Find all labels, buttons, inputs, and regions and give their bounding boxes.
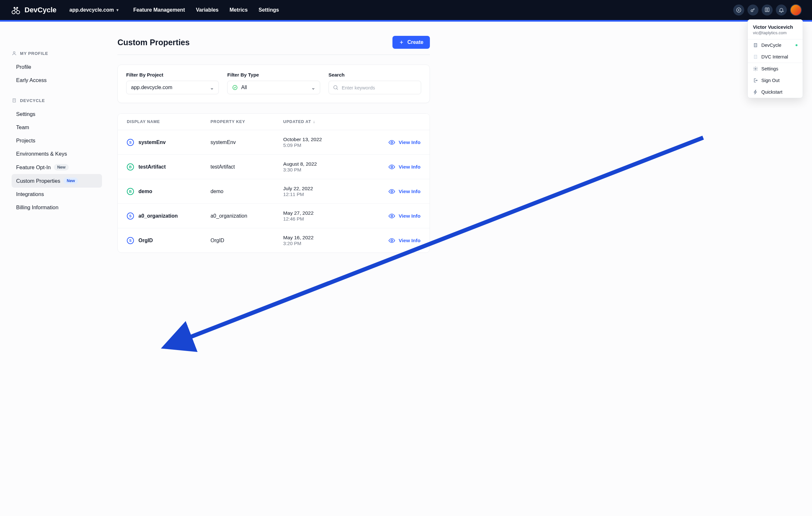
cell-updated-at: August 8, 2022 3:30 PM [283, 161, 356, 172]
svg-point-15 [391, 191, 393, 192]
cell-updated-at: October 13, 2022 5:09 PM [283, 137, 356, 148]
type-badge-icon: S [127, 237, 134, 244]
new-badge: New [54, 164, 69, 170]
filter-search-label: Search [328, 72, 421, 78]
row-name: testArtifact [139, 164, 166, 170]
chevron-down-icon: ⌄ [311, 85, 315, 91]
user-menu-settings[interactable]: Settings [748, 63, 803, 75]
arrow-down-icon: ↓ [313, 119, 315, 124]
view-info-link[interactable]: View Info [356, 188, 420, 195]
svg-point-16 [391, 215, 393, 217]
view-info-link[interactable]: View Info [356, 237, 420, 244]
building-icon [11, 98, 17, 103]
sidebar-item-billing[interactable]: Billing Information [11, 201, 102, 214]
cell-display-name: S systemEnv [127, 139, 210, 146]
th-property-key: PROPERTY KEY [210, 119, 283, 124]
user-menu-item-label: Quickstart [761, 89, 782, 94]
sidebar-item-label: Feature Opt-In [16, 164, 51, 170]
row-time: 3:30 PM [283, 167, 356, 172]
eye-icon [388, 188, 395, 195]
user-menu-quickstart[interactable]: Quickstart [748, 86, 803, 98]
view-info-link[interactable]: View Info [356, 213, 420, 220]
sidebar-item-label: Custom Properties [16, 178, 60, 184]
user-name: Victor Vucicevich [753, 24, 798, 30]
sidebar-item-team[interactable]: Team [11, 121, 102, 134]
cell-display-name: S a0_organization [127, 213, 210, 220]
view-info-label: View Info [399, 213, 420, 219]
main-content: Custom Properties Create Filter By Proje… [110, 22, 445, 253]
th-updated-at[interactable]: UPDATED AT↓ [283, 119, 356, 124]
gear-icon [753, 66, 758, 71]
sidebar-item-environments[interactable]: Environments & Keys [11, 147, 102, 161]
search-input[interactable] [342, 85, 417, 90]
svg-point-3 [17, 7, 18, 8]
brand-logo[interactable]: DevCycle [10, 5, 56, 15]
cell-property-key: OrgID [210, 238, 283, 243]
row-name: a0_organization [139, 213, 178, 219]
view-info-link[interactable]: View Info [356, 163, 420, 170]
avatar[interactable] [790, 4, 802, 16]
svg-point-5 [751, 10, 753, 11]
eye-icon [388, 237, 395, 244]
user-menu-org-devcycle[interactable]: DevCycle [748, 39, 803, 51]
type-badge-icon: B [127, 188, 134, 195]
svg-point-17 [391, 240, 393, 242]
user-email: vic@taplytics.com [753, 30, 798, 35]
key-icon[interactable] [748, 4, 758, 16]
table-row: B testArtifact testArtifact August 8, 20… [118, 155, 430, 179]
lightning-icon [753, 89, 758, 94]
book-icon[interactable] [762, 4, 773, 16]
sidebar-item-label: Integrations [16, 191, 44, 197]
view-info-label: View Info [399, 189, 420, 194]
create-button-label: Create [407, 39, 424, 45]
sidebar-item-profile[interactable]: Profile [11, 60, 102, 74]
nav-link-feature-management[interactable]: Feature Management [133, 7, 185, 13]
nav-link-variables[interactable]: Variables [196, 7, 219, 13]
create-button[interactable]: Create [393, 36, 430, 49]
cell-updated-at: May 16, 2022 3:20 PM [283, 235, 356, 246]
create-icon[interactable] [733, 4, 744, 16]
filter-project-value: app.devcycle.com [131, 85, 172, 90]
view-info-link[interactable]: View Info [356, 139, 420, 146]
nav-links: Feature Management Variables Metrics Set… [133, 7, 279, 13]
sidebar-item-early-access[interactable]: Early Access [11, 74, 102, 87]
sidebar-item-label: Environments & Keys [16, 151, 67, 157]
svg-point-11 [233, 85, 237, 90]
svg-point-12 [334, 86, 337, 89]
nav-link-metrics[interactable]: Metrics [229, 7, 248, 13]
user-menu-sign-out[interactable]: Sign Out [748, 75, 803, 86]
table-row: S a0_organization a0_organization May 27… [118, 204, 430, 228]
new-badge: New [64, 178, 79, 184]
user-menu-item-label: Settings [761, 66, 778, 71]
filters-card: Filter By Project app.devcycle.com ⌄ Fil… [117, 64, 430, 103]
svg-rect-10 [13, 99, 16, 102]
sidebar-item-custom-properties[interactable]: Custom PropertiesNew [11, 174, 102, 188]
project-selector-label: app.devcycle.com [69, 7, 114, 13]
filter-type-select[interactable]: All ⌄ [227, 81, 320, 94]
svg-rect-7 [754, 55, 757, 59]
cell-display-name: B demo [127, 188, 210, 195]
user-menu-org-dvc-internal[interactable]: DVC Internal [748, 51, 803, 63]
sidebar-section-devcycle: DEVCYCLE [11, 98, 102, 103]
sidebar-item-feature-opt-in[interactable]: Feature Opt-InNew [11, 161, 102, 174]
type-badge-icon: S [127, 139, 134, 146]
th-updated-at-label: UPDATED AT [283, 119, 311, 124]
sidebar-item-projects[interactable]: Projects [11, 134, 102, 147]
nav-link-settings[interactable]: Settings [259, 7, 279, 13]
row-time: 12:46 PM [283, 216, 356, 221]
table-row: S systemEnv systemEnv October 13, 2022 5… [118, 130, 430, 155]
svg-point-9 [13, 52, 15, 53]
sidebar-item-label: Settings [16, 111, 35, 117]
project-selector[interactable]: app.devcycle.com ▾ [69, 7, 118, 13]
user-menu-item-label: DevCycle [761, 43, 781, 48]
filter-type-label: Filter By Type [227, 72, 320, 78]
bell-icon[interactable] [776, 4, 787, 16]
sidebar-item-integrations[interactable]: Integrations [11, 188, 102, 201]
sidebar-item-settings[interactable]: Settings [11, 108, 102, 121]
sidebar-section-label: DEVCYCLE [20, 98, 45, 103]
row-date: May 27, 2022 [283, 210, 356, 216]
row-name: OrgID [139, 238, 153, 243]
svg-point-13 [391, 141, 393, 143]
user-menu-item-label: Sign Out [761, 78, 779, 83]
filter-project-select[interactable]: app.devcycle.com ⌄ [126, 81, 219, 94]
